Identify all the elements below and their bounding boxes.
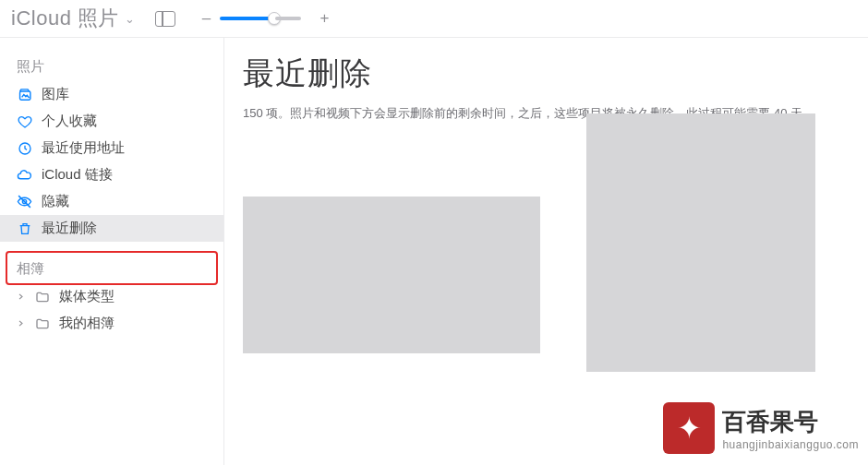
sidebar-item-label: 我的相簿 [59, 315, 115, 332]
section-label-albums: 相簿 [0, 253, 223, 283]
trash-icon [17, 221, 32, 236]
app-title-text: iCloud 照片 [11, 5, 119, 32]
eye-slash-icon [17, 194, 32, 209]
sidebar-item-recently-deleted[interactable]: 最近删除 [0, 215, 223, 242]
page-title: 最近删除 [243, 53, 851, 95]
zoom-slider[interactable] [220, 17, 275, 20]
sidebar-item-label: 隐藏 [42, 193, 69, 210]
zoom-out-button[interactable]: – [201, 9, 211, 28]
sidebar-item-icloud-links[interactable]: iCloud 链接 [0, 161, 223, 188]
section-label-photos: 照片 [0, 51, 223, 81]
thumbnails [243, 123, 851, 372]
chevron-down-icon: ⌄ [125, 12, 136, 26]
watermark-url: huangjinbaixiangguo.com [722, 438, 859, 451]
sidebar-item-label: 媒体类型 [59, 288, 115, 305]
sidebar-item-label: 图库 [42, 86, 69, 103]
sidebar-item-library[interactable]: 图库 [0, 81, 223, 108]
watermark-title: 百香果号 [722, 406, 859, 438]
sidebar-item-label: iCloud 链接 [42, 166, 113, 184]
photo-thumbnail[interactable] [243, 197, 540, 353]
photo-thumbnail[interactable] [586, 113, 815, 372]
item-count: 150 [243, 106, 263, 120]
sidebar: 照片 图库 个人收藏 最近使用地址 iCloud 链接 [0, 38, 224, 465]
zoom-slider-knob[interactable] [268, 12, 281, 25]
sidebar-item-label: 个人收藏 [42, 113, 97, 130]
main-content: 最近删除 150 项。照片和视频下方会显示删除前的剩余时间，之后，这些项目将被永… [224, 38, 868, 465]
chevron-right-icon [17, 292, 25, 301]
sidebar-item-label: 最近删除 [42, 220, 97, 237]
sidebar-item-media-types[interactable]: 媒体类型 [0, 283, 223, 310]
heart-icon [17, 113, 32, 129]
zoom-in-button[interactable]: + [319, 9, 329, 28]
cloud-icon [17, 167, 32, 183]
topbar: iCloud 照片 ⌄ – + [0, 0, 868, 37]
sidebar-toggle-icon[interactable] [155, 11, 175, 27]
chevron-right-icon [17, 319, 25, 328]
sidebar-item-label: 最近使用地址 [42, 139, 125, 157]
folder-icon [34, 289, 50, 304]
app-title[interactable]: iCloud 照片 ⌄ [11, 5, 135, 32]
watermark: ✦ 百香果号 huangjinbaixiangguo.com [663, 402, 859, 454]
folder-icon [34, 316, 50, 331]
sidebar-item-my-albums[interactable]: 我的相簿 [0, 310, 223, 337]
watermark-logo-icon: ✦ [663, 402, 715, 454]
photo-library-icon [17, 87, 32, 102]
sidebar-item-favorites[interactable]: 个人收藏 [0, 108, 223, 135]
clock-icon [17, 140, 32, 156]
zoom-control: – + [201, 9, 329, 28]
sidebar-item-hidden[interactable]: 隐藏 [0, 188, 223, 215]
sidebar-item-recent-places[interactable]: 最近使用地址 [0, 135, 223, 161]
